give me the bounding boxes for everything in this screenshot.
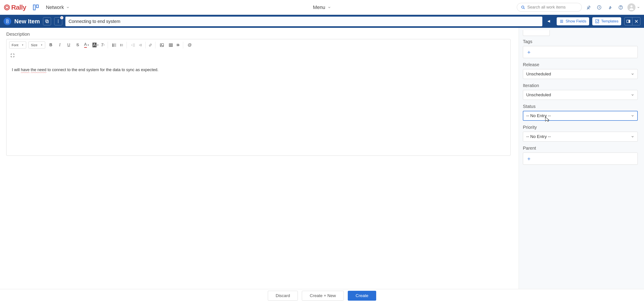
svg-point-18 xyxy=(120,45,121,45)
svg-point-11 xyxy=(58,22,58,23)
create-plus-new-button[interactable]: Create + New xyxy=(302,291,344,301)
close-icon xyxy=(634,19,639,24)
release-select[interactable]: Unscheduled xyxy=(523,69,638,79)
parent-input[interactable]: ＋ xyxy=(523,153,638,165)
dock-button[interactable] xyxy=(624,17,632,25)
chevron-down-icon xyxy=(66,6,70,9)
priority-label: Priority xyxy=(523,125,638,130)
close-button[interactable] xyxy=(632,17,640,25)
page-title: New Item xyxy=(14,18,40,25)
parent-label: Parent xyxy=(523,145,638,151)
description-body[interactable]: I will have the need to connect to the e… xyxy=(6,62,510,78)
search-icon xyxy=(521,6,525,10)
link-icon xyxy=(149,43,152,47)
chevron-down-icon xyxy=(637,6,640,9)
strikethrough-button[interactable]: S xyxy=(74,42,81,49)
chevron-down-icon xyxy=(328,6,331,9)
announcement-button[interactable] xyxy=(546,17,554,25)
info-badge-icon: i xyxy=(60,16,63,19)
plus-icon: ＋ xyxy=(526,49,532,56)
templates-label: Templates xyxy=(601,19,618,24)
workspace-scope-dropdown[interactable]: Network xyxy=(46,5,70,10)
tags-label: Tags xyxy=(523,39,638,44)
svg-rect-0 xyxy=(33,5,35,10)
help-icon xyxy=(618,5,623,10)
create-button[interactable]: Create xyxy=(348,291,376,301)
main-content: Description Font▼ Size▼ B I U S A▼ A▼ T×… xyxy=(0,28,644,289)
indent-icon xyxy=(139,43,142,47)
avatar-icon xyxy=(628,3,636,12)
ordered-list-button[interactable]: 123 xyxy=(111,42,118,49)
image-button[interactable] xyxy=(158,42,165,49)
svg-rect-13 xyxy=(629,20,630,23)
outdent-button[interactable] xyxy=(130,42,136,49)
font-dropdown[interactable]: Font▼ xyxy=(9,42,26,49)
item-toolbar: New Item i Connecting to end system Show… xyxy=(0,15,644,28)
text-color-button[interactable]: A▼ xyxy=(83,42,90,49)
underline-button[interactable]: U xyxy=(66,42,72,49)
mention-button[interactable]: @ xyxy=(186,42,193,49)
chevron-down-icon xyxy=(631,135,634,138)
megaphone-icon xyxy=(547,19,552,24)
item-type-icon xyxy=(4,18,11,25)
pin-button[interactable] xyxy=(584,3,592,12)
partial-field-above xyxy=(523,30,550,36)
details-sidebar: Tags ＋ Release Unscheduled Iteration Uns… xyxy=(518,28,644,289)
project-selector-icon[interactable] xyxy=(32,4,39,11)
size-dropdown[interactable]: Size▼ xyxy=(28,42,45,49)
panel-icon xyxy=(626,19,630,24)
user-menu[interactable] xyxy=(628,3,640,12)
rally-wordmark: Rally xyxy=(11,4,26,11)
description-label: Description xyxy=(6,31,510,37)
kebab-icon xyxy=(56,19,60,24)
svg-point-17 xyxy=(120,44,121,44)
wrench-icon xyxy=(608,5,612,10)
status-field: Status -- No Entry -- xyxy=(523,104,638,121)
chevron-down-icon xyxy=(631,114,634,117)
svg-point-10 xyxy=(58,21,58,22)
tags-field: Tags ＋ xyxy=(523,39,638,58)
top-appbar: Rally Network Menu Search all work items xyxy=(0,0,644,15)
special-button[interactable] xyxy=(176,42,183,49)
rally-logo[interactable]: Rally xyxy=(4,4,26,11)
show-fields-label: Show Fields xyxy=(566,19,586,24)
item-title-input[interactable]: Connecting to end system xyxy=(66,17,542,26)
iteration-field: Iteration Unscheduled xyxy=(523,83,638,100)
show-fields-button[interactable]: Show Fields xyxy=(557,17,589,25)
bold-button[interactable]: B xyxy=(48,42,54,49)
link-button[interactable] xyxy=(149,42,156,49)
table-icon xyxy=(168,43,173,47)
priority-select[interactable]: -- No Entry -- xyxy=(523,132,638,141)
item-title-value: Connecting to end system xyxy=(68,19,120,24)
main-menu-dropdown[interactable]: Menu xyxy=(313,5,331,10)
iteration-select[interactable]: Unscheduled xyxy=(523,90,638,100)
outdent-icon xyxy=(131,43,136,47)
tools-button[interactable] xyxy=(606,3,614,12)
status-label: Status xyxy=(523,104,638,109)
grid-icon xyxy=(176,43,180,47)
discard-button[interactable]: Discard xyxy=(268,291,298,301)
status-select[interactable]: -- No Entry -- xyxy=(523,111,638,121)
history-button[interactable] xyxy=(595,3,603,12)
highlight-button[interactable]: A▼ xyxy=(92,42,99,49)
unordered-list-button[interactable] xyxy=(120,42,127,49)
rte-toolbar: Font▼ Size▼ B I U S A▼ A▼ T× 123 @ xyxy=(6,39,510,51)
svg-rect-1 xyxy=(36,5,38,8)
italic-button[interactable]: I xyxy=(56,42,63,49)
svg-rect-22 xyxy=(169,44,173,46)
triangle-down-icon: ▼ xyxy=(22,44,24,46)
footer-actions: Discard Create + New Create xyxy=(0,289,644,302)
clock-icon xyxy=(597,5,602,10)
copy-button[interactable] xyxy=(43,17,51,25)
help-button[interactable] xyxy=(617,3,625,12)
clear-format-button[interactable]: T× xyxy=(101,42,108,49)
indent-button[interactable] xyxy=(139,42,146,49)
table-button[interactable] xyxy=(168,42,174,49)
svg-rect-23 xyxy=(177,44,179,46)
templates-button[interactable]: Templates xyxy=(592,17,621,25)
more-actions-button[interactable]: i xyxy=(54,17,62,25)
global-search-input[interactable]: Search all work items xyxy=(517,3,582,12)
fullscreen-button[interactable] xyxy=(9,52,16,59)
chevron-down-icon xyxy=(631,93,634,97)
tags-input[interactable]: ＋ xyxy=(523,46,638,58)
